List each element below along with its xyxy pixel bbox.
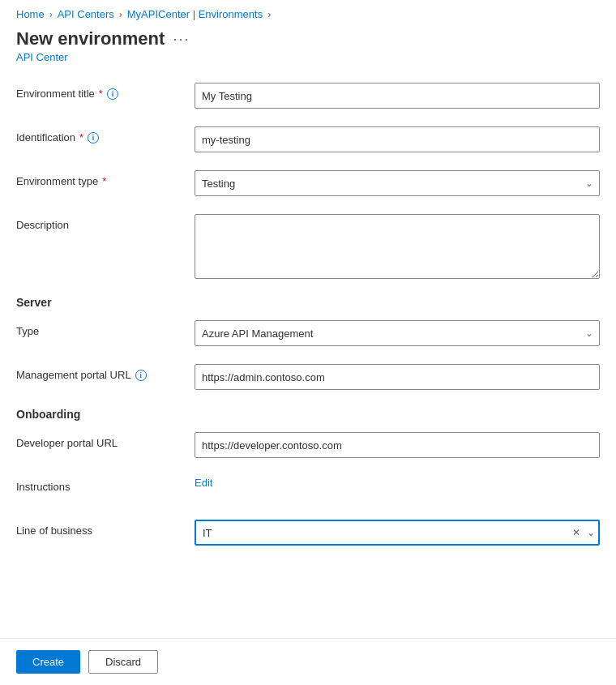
environment-title-label: Environment title * i: [16, 83, 195, 100]
instructions-label: Instructions: [16, 476, 195, 493]
identification-control: [195, 126, 600, 152]
server-type-label: Type: [16, 320, 195, 337]
identification-input[interactable]: [195, 126, 600, 152]
breadcrumb-sep-2: ›: [119, 9, 122, 20]
line-of-business-control: ✕ ⌄: [195, 520, 600, 546]
breadcrumb-sep-3: ›: [267, 9, 271, 20]
line-of-business-clear-icon[interactable]: ✕: [571, 525, 582, 540]
combo-actions: ✕ ⌄: [571, 525, 597, 540]
identification-required-marker: *: [79, 131, 83, 143]
form-container: Environment title * i Identification * i…: [0, 76, 616, 580]
environment-title-row: Environment title * i: [16, 83, 600, 112]
management-portal-url-label: Management portal URL i: [16, 364, 195, 381]
environment-title-control: [195, 83, 600, 109]
developer-portal-url-input[interactable]: [195, 432, 600, 458]
environment-type-required-marker: *: [102, 175, 106, 187]
more-options-icon[interactable]: ···: [173, 31, 190, 48]
environment-type-control: Development Testing Staging Production ⌄: [195, 170, 600, 196]
description-textarea[interactable]: [195, 214, 600, 279]
developer-portal-url-row: Developer portal URL: [16, 432, 600, 461]
management-portal-url-control: [195, 364, 600, 390]
server-section-header: Server: [16, 296, 600, 309]
server-type-control: Azure API Management AWS API Gateway Goo…: [195, 320, 600, 346]
identification-row: Identification * i: [16, 126, 600, 156]
developer-portal-url-label: Developer portal URL: [16, 432, 195, 449]
page-title: New environment: [16, 28, 165, 49]
breadcrumb-sep-1: ›: [49, 9, 53, 20]
discard-button[interactable]: Discard: [88, 650, 158, 674]
developer-portal-url-control: [195, 432, 600, 458]
line-of-business-combo-wrapper: ✕ ⌄: [195, 520, 600, 546]
environment-type-select-wrapper: Development Testing Staging Production ⌄: [195, 170, 600, 196]
server-type-select-wrapper: Azure API Management AWS API Gateway Goo…: [195, 320, 600, 346]
description-control: [195, 214, 600, 281]
environment-type-select[interactable]: Development Testing Staging Production: [195, 170, 600, 196]
management-portal-url-input[interactable]: [195, 364, 600, 390]
environment-title-input[interactable]: [195, 83, 600, 109]
line-of-business-input[interactable]: [195, 520, 600, 546]
page-header: New environment ···: [0, 25, 616, 51]
environment-title-info-icon[interactable]: i: [107, 88, 118, 100]
line-of-business-chevron-icon[interactable]: ⌄: [585, 525, 597, 540]
create-button[interactable]: Create: [16, 650, 80, 674]
line-of-business-row: Line of business ✕ ⌄: [16, 520, 600, 549]
management-portal-url-row: Management portal URL i: [16, 364, 600, 393]
breadcrumb-environments[interactable]: MyAPICenter | Environments: [127, 8, 263, 20]
description-label: Description: [16, 214, 195, 231]
identification-info-icon[interactable]: i: [88, 132, 99, 143]
environment-type-row: Environment type * Development Testing S…: [16, 170, 600, 199]
environment-type-label: Environment type *: [16, 170, 195, 187]
management-portal-url-info-icon[interactable]: i: [135, 370, 147, 381]
instructions-control: Edit: [195, 476, 600, 489]
instructions-row: Instructions Edit: [16, 476, 600, 505]
form-body: Environment title * i Identification * i…: [0, 76, 616, 644]
breadcrumb-api-centers[interactable]: API Centers: [58, 8, 114, 20]
instructions-edit-link[interactable]: Edit: [195, 477, 212, 489]
server-type-row: Type Azure API Management AWS API Gatewa…: [16, 320, 600, 349]
server-type-select[interactable]: Azure API Management AWS API Gateway Goo…: [195, 320, 600, 346]
onboarding-section-header: Onboarding: [16, 408, 600, 421]
breadcrumb: Home › API Centers › MyAPICenter | Envir…: [0, 0, 616, 25]
required-marker: *: [99, 88, 103, 100]
identification-label: Identification * i: [16, 126, 195, 143]
description-row: Description: [16, 214, 600, 281]
footer: Create Discard: [0, 638, 616, 685]
line-of-business-label: Line of business: [16, 520, 195, 537]
breadcrumb-home[interactable]: Home: [16, 8, 45, 20]
page-subtitle: API Center: [0, 51, 616, 76]
